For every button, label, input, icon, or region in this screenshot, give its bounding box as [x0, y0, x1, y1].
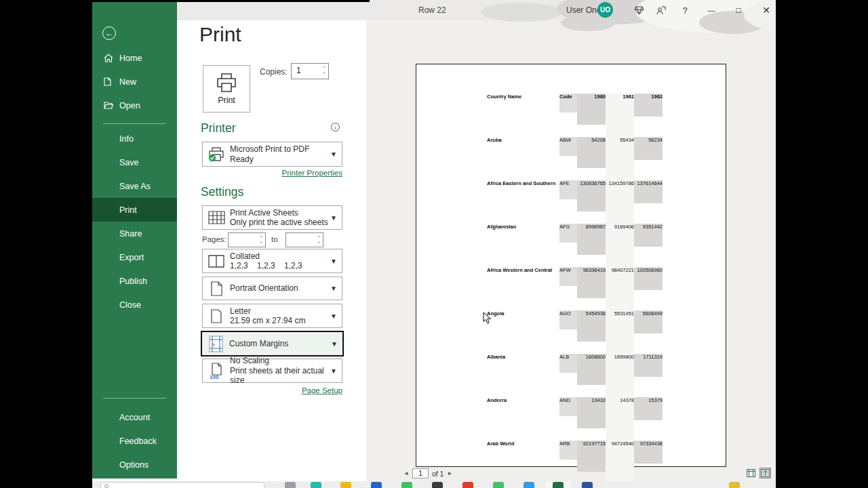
table-row: AlbaniaALB160880016598001711319 [487, 354, 663, 397]
copies-stepper[interactable]: 1 ˄˅ [291, 63, 329, 79]
table-cell: Aruba [487, 137, 559, 180]
taskbar-app-3[interactable] [340, 482, 351, 488]
taskbar-app-12[interactable] [729, 482, 740, 488]
margins-icon: ★ [202, 336, 229, 352]
table-cell: Andorra [487, 397, 559, 441]
paper-size-icon [203, 309, 230, 323]
sidebar-item-print[interactable]: Print [92, 198, 177, 222]
sidebar-item-publish[interactable]: Publish [92, 269, 177, 293]
setting-sublabel: Print sheets at their actual size [230, 366, 330, 386]
taskbar-app-9[interactable] [524, 482, 534, 488]
taskbar-app-8[interactable] [493, 482, 504, 488]
margins-dropdown[interactable]: ★ Custom Margins ▼ [201, 331, 344, 357]
taskbar-app-1[interactable] [285, 482, 296, 488]
sidebar-item-share[interactable]: Share [92, 222, 177, 245]
table-row: Africa Western and CentralAFW96396419984… [487, 267, 663, 310]
chevron-down-icon: ▼ [330, 258, 337, 265]
sidebar-item-label: Open [119, 101, 140, 110]
scaling-dropdown[interactable]: 100 No Scaling Print sheets at their act… [202, 359, 342, 383]
collated-icon [203, 255, 230, 268]
portrait-icon [203, 281, 230, 296]
print-what-dropdown[interactable]: Print Active Sheets Only print the activ… [202, 205, 342, 230]
letterbox-artifact [0, 0, 370, 2]
taskbar-app-excel[interactable] [553, 482, 564, 488]
sidebar-item-options[interactable]: Options [92, 453, 177, 476]
close-button[interactable]: ✕ [756, 0, 776, 20]
taskbar-app-7[interactable] [462, 482, 473, 488]
pages-to-stepper[interactable]: ˄˅ [285, 232, 323, 247]
pages-from-stepper[interactable]: ˄˅ [228, 232, 266, 247]
chevron-down-icon: ▼ [330, 367, 337, 375]
table-cell: 1659800 [606, 354, 634, 397]
user-name[interactable]: User One [566, 5, 601, 15]
taskbar-app-5[interactable] [401, 482, 412, 488]
sidebar-item-save-as[interactable]: Save As [92, 174, 177, 198]
table-header-cell: Country Name [487, 94, 559, 137]
sidebar-item-label: Options [119, 460, 149, 470]
setting-label: Letter [230, 306, 330, 317]
help-button[interactable]: ? [675, 0, 695, 20]
stepper-arrows-icon[interactable]: ˄˅ [260, 234, 262, 245]
current-page-input[interactable]: 1 [412, 468, 429, 479]
paper-size-dropdown[interactable]: Letter 21.59 cm x 27.94 cm ▼ [202, 304, 342, 328]
collation-dropdown[interactable]: Collated 1,2,3 1,2,3 1,2,3 ▼ [202, 249, 342, 273]
info-icon[interactable]: i [331, 123, 340, 131]
setting-label: Custom Margins [229, 339, 331, 349]
premium-gem-icon[interactable] [629, 0, 649, 20]
open-folder-icon [104, 100, 114, 110]
preview-page: Country NameCode196019611962 ArubaABW542… [416, 64, 726, 467]
table-cell: AND [559, 397, 577, 416]
sidebar-item-label: Export [119, 253, 144, 262]
sidebar-item-label: Publish [119, 277, 147, 286]
page-setup-link[interactable]: Page Setup [201, 386, 342, 394]
print-button-label: Print [218, 96, 235, 105]
back-button[interactable]: ← [102, 26, 116, 40]
table-header-cell: 1961 [606, 94, 634, 137]
sidebar-item-account[interactable]: Account [92, 405, 177, 429]
sidebar-item-open[interactable]: Open [92, 94, 177, 117]
taskbar-app-2[interactable] [311, 482, 321, 488]
table-cell: 9169406 [606, 224, 634, 267]
minimize-button[interactable]: — [701, 0, 722, 20]
sidebar-item-feedback[interactable]: Feedback [92, 429, 177, 453]
printer-heading: Printer [201, 121, 236, 136]
sidebar-item-save[interactable]: Save [92, 150, 177, 174]
search-icon [104, 484, 108, 488]
printer-dropdown[interactable]: Microsoft Print to PDF Ready ▼ [202, 142, 342, 167]
print-button[interactable]: Print [203, 65, 250, 113]
stepper-arrows-icon[interactable]: ˄˅ [323, 64, 326, 76]
table-cell: 97334438 [634, 441, 663, 464]
chevron-down-icon: ▼ [330, 214, 337, 222]
previous-page-icon[interactable]: ◄ [403, 470, 409, 476]
sidebar-item-label: Info [119, 134, 134, 144]
sidebar-item-close[interactable]: Close [92, 293, 177, 317]
stepper-arrows-icon[interactable]: ˄˅ [317, 234, 320, 245]
next-page-icon[interactable]: ► [447, 470, 452, 476]
table-cell: 98407221 [606, 267, 634, 310]
taskbar-app-6[interactable] [432, 482, 443, 488]
printer-status: Ready [230, 155, 330, 165]
no-scaling-icon: 100 [203, 363, 230, 379]
show-margins-toggle[interactable] [745, 468, 757, 479]
taskbar-search[interactable] [100, 482, 264, 488]
pages-to-label: to [271, 235, 278, 243]
sidebar-item-new[interactable]: New [92, 70, 177, 94]
orientation-dropdown[interactable]: Portrait Orientation ▼ [202, 277, 342, 300]
taskbar-app-word[interactable] [582, 482, 593, 488]
taskbar-app-4[interactable] [371, 482, 382, 488]
zoom-to-page-toggle[interactable] [760, 468, 771, 479]
table-cell: AFE [559, 180, 577, 199]
printer-properties-link[interactable]: Printer Properties [202, 169, 342, 177]
table-header-cell: 1960 [577, 94, 606, 125]
setting-label: No Scaling [230, 356, 330, 366]
sidebar-item-home[interactable]: Home [92, 46, 177, 70]
page-title: Print [199, 23, 241, 46]
sidebar-item-info[interactable]: Info [92, 127, 177, 150]
contacts-icon[interactable] [650, 0, 671, 20]
table-cell: 54208 [577, 137, 606, 168]
avatar[interactable]: UO [597, 2, 613, 18]
copies-value: 1 [296, 66, 301, 75]
maximize-button[interactable]: □ [728, 0, 749, 20]
preview-view-toggles [745, 468, 771, 479]
sidebar-item-export[interactable]: Export [92, 245, 177, 269]
